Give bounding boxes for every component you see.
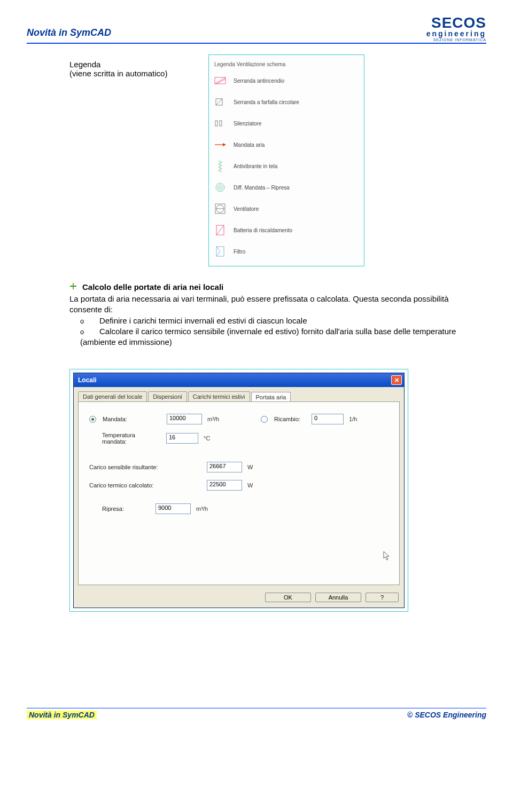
- help-button[interactable]: ?: [366, 593, 399, 602]
- legend-item: Ventilatore: [214, 203, 359, 215]
- tab-panel: Mandata: 10000 m³/h Ricambio: 0 1/h Temp…: [78, 401, 400, 585]
- diffuser-icon: [214, 182, 226, 193]
- heating-coil-icon: [214, 224, 226, 236]
- footer-right: © SECOS Engineering: [407, 711, 486, 719]
- svg-line-2: [216, 79, 226, 84]
- svg-line-19: [216, 251, 220, 256]
- legend-label: Serranda a farfalla circolare: [234, 99, 299, 105]
- svg-point-10: [217, 185, 223, 190]
- ricambio-label: Ricambio:: [274, 416, 306, 422]
- temp-mandata-input[interactable]: 16: [166, 433, 198, 444]
- list-item: oCalcolare il carico termico sensibile (…: [80, 326, 465, 348]
- close-button[interactable]: ✕: [391, 375, 402, 385]
- legend-item: Silenziatore: [214, 117, 359, 129]
- supply-air-icon: [214, 139, 226, 151]
- dialog-wrapper: Locali ✕ Dati generali del locale Disper…: [69, 369, 408, 612]
- close-icon: ✕: [394, 377, 399, 384]
- legend-title: Legenda Ventilazione schema: [214, 61, 359, 67]
- body-paragraph: La portata di aria necessaria ai vari te…: [69, 294, 465, 316]
- radio-ricambio[interactable]: [261, 416, 268, 423]
- caption-line2: (viene scritta in automatico): [69, 69, 167, 78]
- bullet-icon: [69, 282, 77, 291]
- legend-label: Diff. Mandata – Ripresa: [234, 185, 290, 191]
- radio-mandata[interactable]: [89, 416, 96, 423]
- carico-calcolato-label: Carico termico calcolato:: [89, 482, 201, 488]
- logo-main: SECOS: [426, 16, 486, 29]
- cancel-button[interactable]: Annulla: [315, 593, 361, 602]
- legend-item: Serranda a farfalla circolare: [214, 96, 359, 108]
- svg-point-11: [219, 186, 221, 188]
- svg-rect-5: [215, 121, 217, 126]
- footer-left: Novità in SymCAD: [27, 711, 97, 719]
- list-text: Calcolare il carico termico sensibile (i…: [80, 327, 456, 346]
- legend-item: Batteria di riscaldamento: [214, 224, 359, 236]
- legend-label: Ventilatore: [234, 206, 259, 212]
- mandata-unit: m³/h: [207, 416, 229, 422]
- cursor-icon: [383, 551, 391, 562]
- footer: Novità in SymCAD © SECOS Engineering: [0, 708, 513, 719]
- carico-calcolato-unit: W: [247, 482, 253, 488]
- caption-line1: Legenda: [69, 60, 100, 69]
- butterfly-damper-icon: [214, 96, 226, 108]
- legend-item: Filtro: [214, 246, 359, 257]
- legend-label: Serranda antincendio: [234, 78, 284, 84]
- list-item: oDefinire i carichi termici invernali ed…: [80, 316, 465, 326]
- legend-box: Legenda Ventilazione schema Serranda ant…: [208, 54, 364, 266]
- mandata-label: Mandata:: [103, 416, 161, 422]
- svg-rect-6: [220, 121, 222, 126]
- svg-line-4: [216, 99, 222, 105]
- temp-mandata-unit: °C: [204, 435, 210, 442]
- tabs: Dati generali del locale Dispersioni Car…: [78, 391, 400, 401]
- tab-portata-aria[interactable]: Portata aria: [251, 392, 291, 402]
- carico-calcolato-input[interactable]: 22500: [207, 480, 242, 491]
- damper-fire-icon: [214, 75, 226, 86]
- logo-sub2: SEZIONE INFORMATICA: [426, 38, 486, 42]
- header-divider: [27, 43, 486, 44]
- dialog-title: Locali: [78, 376, 97, 384]
- svg-marker-8: [223, 143, 226, 146]
- legend-item: Antivibrante in tela: [214, 160, 359, 172]
- logo: SECOS engineering SEZIONE INFORMATICA: [426, 16, 486, 42]
- legend-label: Mandata aria: [234, 142, 265, 148]
- list-text: Definire i carichi termici invernali ed …: [99, 316, 307, 325]
- mandata-input[interactable]: 10000: [167, 414, 202, 424]
- ok-button[interactable]: OK: [265, 593, 311, 602]
- temp-mandata-label: Temperatura mandata:: [102, 432, 161, 445]
- ripresa-unit: m³/h: [196, 506, 208, 512]
- page-title: Novità in SymCAD: [27, 27, 111, 38]
- dialog-buttons: OK Annulla ?: [74, 589, 404, 608]
- svg-point-9: [216, 183, 224, 192]
- footer-divider: [27, 708, 486, 708]
- ricambio-input[interactable]: 0: [312, 414, 344, 424]
- svg-line-16: [216, 225, 224, 235]
- svg-line-18: [216, 247, 220, 251]
- ripresa-input[interactable]: 9000: [156, 503, 191, 514]
- silencer-icon: [214, 117, 226, 129]
- filter-icon: [214, 246, 226, 257]
- dialog-locali: Locali ✕ Dati generali del locale Disper…: [73, 373, 405, 608]
- fan-icon: [214, 203, 226, 215]
- carico-sensibile-unit: W: [247, 464, 253, 470]
- ripresa-label: Ripresa:: [102, 506, 150, 512]
- legend-item: Serranda antincendio: [214, 75, 359, 86]
- ricambio-unit: 1/h: [349, 416, 357, 422]
- legend-item: Diff. Mandata – Ripresa: [214, 182, 359, 193]
- heading-text: Calcolo delle portate di aria nei locali: [82, 282, 223, 291]
- carico-sensibile-input[interactable]: 26667: [207, 462, 242, 472]
- legend-caption: Legenda (viene scritta in automatico): [69, 60, 187, 78]
- legend-label: Silenziatore: [234, 121, 261, 127]
- svg-line-1: [215, 77, 226, 84]
- legend-label: Batteria di riscaldamento: [234, 227, 292, 233]
- legend-label: Antivibrante in tela: [234, 163, 277, 169]
- legend-label: Filtro: [234, 249, 245, 255]
- carico-sensibile-label: Carico sensibile risultante:: [89, 464, 201, 470]
- tab-dati-generali[interactable]: Dati generali del locale: [78, 391, 147, 401]
- logo-sub1: engineering: [426, 29, 486, 38]
- legend-item: Mandata aria: [214, 139, 359, 151]
- tab-dispersioni[interactable]: Dispersioni: [148, 391, 186, 401]
- tab-carichi-estivi[interactable]: Carichi termici estivi: [188, 391, 250, 401]
- section-heading: Calcolo delle portate di aria nei locali: [69, 282, 465, 291]
- flex-connector-icon: [214, 160, 226, 172]
- titlebar: Locali ✕: [74, 373, 404, 387]
